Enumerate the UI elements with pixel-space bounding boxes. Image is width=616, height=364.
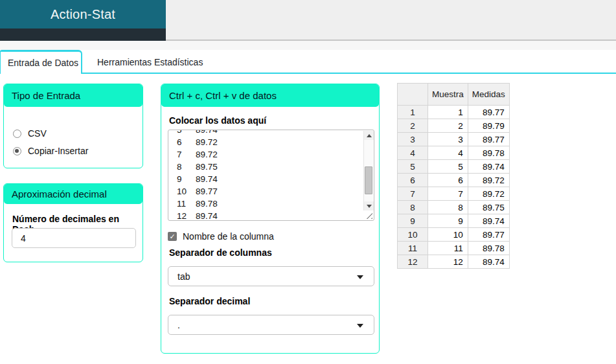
textarea-line: 789.72: [177, 148, 362, 161]
row-index-cell: 12: [398, 255, 428, 269]
row-index-cell: 4: [398, 146, 428, 160]
table-header-row: Muestra Medidas: [398, 84, 510, 106]
table-row: 2289.79: [398, 119, 510, 133]
scrollbar-thumb[interactable]: [365, 166, 372, 194]
table-cell: 89.74: [468, 160, 509, 174]
radio-option-copiar-insertar[interactable]: Copiar-Insertar: [13, 146, 143, 156]
table-cell: 89.77: [468, 106, 509, 119]
chevron-down-icon: [357, 275, 363, 279]
table-cell: 89.72: [468, 174, 509, 187]
scroll-down-button[interactable]: [364, 201, 374, 210]
row-index-cell: 6: [398, 174, 428, 187]
table-row: 7789.72: [398, 187, 510, 201]
table-row: 6689.72: [398, 174, 510, 187]
table-cell: 6: [428, 174, 468, 187]
table-cell: 4: [428, 146, 468, 160]
row-index-cell: 3: [398, 133, 428, 146]
tab-entrada-de-datos[interactable]: Entrada de Datos: [0, 50, 82, 74]
table-cell: 11: [428, 242, 468, 255]
table-cell: 8: [428, 201, 468, 214]
table-row: 8889.75: [398, 201, 510, 214]
row-index-cell: 2: [398, 119, 428, 133]
checkbox-icon: ✓: [168, 232, 177, 241]
data-preview-table: Muestra Medidas 1189.772289.793389.77448…: [397, 83, 510, 269]
paste-textarea[interactable]: 589.74689.72789.72889.75989.741089.77118…: [168, 130, 374, 221]
table-cell: 89.77: [468, 133, 509, 146]
table-cell: 9: [428, 214, 468, 228]
arrow-down-icon: [367, 205, 372, 208]
paste-textarea-lines: 589.74689.72789.72889.75989.741089.77118…: [177, 130, 362, 221]
table-row: 111189.78: [398, 242, 510, 255]
scroll-up-button[interactable]: [364, 131, 374, 140]
column-header-muestra: Muestra: [428, 84, 468, 106]
table-row: 9989.74: [398, 214, 510, 228]
row-index-cell: 10: [398, 228, 428, 242]
radio-label: CSV: [28, 128, 47, 139]
tab-label: Entrada de Datos: [8, 58, 78, 68]
table-row: 1189.77: [398, 106, 510, 119]
table-cell: 3: [428, 133, 468, 146]
decimals-input[interactable]: [12, 228, 136, 248]
column-name-checkbox-row[interactable]: ✓ Nombre de la columna: [168, 231, 274, 242]
table-cell: 7: [428, 187, 468, 201]
row-index-cell: 11: [398, 242, 428, 255]
decimal-separator-dropdown[interactable]: .: [168, 315, 374, 335]
radio-label: Copiar-Insertar: [28, 146, 88, 156]
table-cell: 89.77: [468, 228, 509, 242]
paste-data-panel: Ctrl + c, Ctrl + v de datos Colocar los …: [161, 84, 380, 354]
header-spacer: [166, 0, 616, 41]
table-row: 121289.74: [398, 255, 510, 269]
tab-herramientas-estadisticas[interactable]: Herramientas Estadísticas: [84, 50, 216, 74]
arrow-up-icon: [367, 134, 372, 137]
column-separator-label: Separador de columnas: [169, 247, 272, 258]
radio-icon: [13, 147, 21, 155]
app-header: Action-Stat: [0, 0, 166, 28]
textarea-line: 989.74: [177, 173, 362, 185]
table-cell: 10: [428, 228, 468, 242]
table-cell: 5: [428, 160, 468, 174]
paste-panel-title: Ctrl + c, Ctrl + v de datos: [161, 84, 379, 107]
textarea-scrollbar[interactable]: [363, 131, 373, 210]
row-index-cell: 7: [398, 187, 428, 201]
table-cell: 89.78: [468, 146, 509, 160]
decimal-separator-label: Separador decimal: [169, 296, 250, 306]
textarea-line: 1089.77: [177, 185, 362, 198]
table-cell: 89.72: [468, 187, 509, 201]
dropdown-value: tab: [177, 271, 190, 282]
radio-icon: [13, 130, 21, 138]
table-cell: 89.78: [468, 242, 509, 255]
header-dark-bar: [0, 28, 166, 41]
textarea-line: 689.72: [177, 136, 362, 148]
table-row: 4489.78: [398, 146, 510, 160]
app-title: Action-Stat: [51, 7, 115, 22]
tab-bar: Entrada de Datos Herramientas Estadístic…: [0, 50, 616, 74]
data-table-body: 1189.772289.793389.774489.785589.746689.…: [398, 106, 510, 269]
table-cell: 89.74: [468, 255, 509, 269]
table-cell: 89.79: [468, 119, 509, 133]
table-cell: 89.74: [468, 214, 509, 228]
row-index-cell: 8: [398, 201, 428, 214]
radio-option-csv[interactable]: CSV: [13, 128, 143, 139]
corner-header-cell: [398, 84, 428, 106]
table-cell: 12: [428, 255, 468, 269]
table-cell: 1: [428, 106, 468, 119]
column-separator-dropdown[interactable]: tab: [168, 266, 374, 286]
paste-area-label: Colocar los datos aquí: [169, 115, 379, 126]
table-row: 101089.77: [398, 228, 510, 242]
table-row: 3389.77: [398, 133, 510, 146]
chevron-down-icon: [357, 324, 363, 328]
textarea-line: 889.75: [177, 161, 362, 173]
column-header-medidas: Medidas: [468, 84, 509, 106]
textarea-line: 1289.74: [177, 210, 362, 221]
row-index-cell: 1: [398, 106, 428, 119]
header-substrip: [0, 41, 616, 50]
textarea-line: 1189.78: [177, 198, 362, 210]
row-index-cell: 5: [398, 160, 428, 174]
decimal-panel-title: Aproximación decimal: [4, 184, 143, 204]
row-index-cell: 9: [398, 214, 428, 228]
table-cell: 89.75: [468, 201, 509, 214]
resize-grip-icon[interactable]: [365, 212, 372, 219]
textarea-line: 589.74: [177, 130, 362, 136]
table-row: 5589.74: [398, 160, 510, 174]
checkbox-label: Nombre de la columna: [183, 231, 274, 242]
